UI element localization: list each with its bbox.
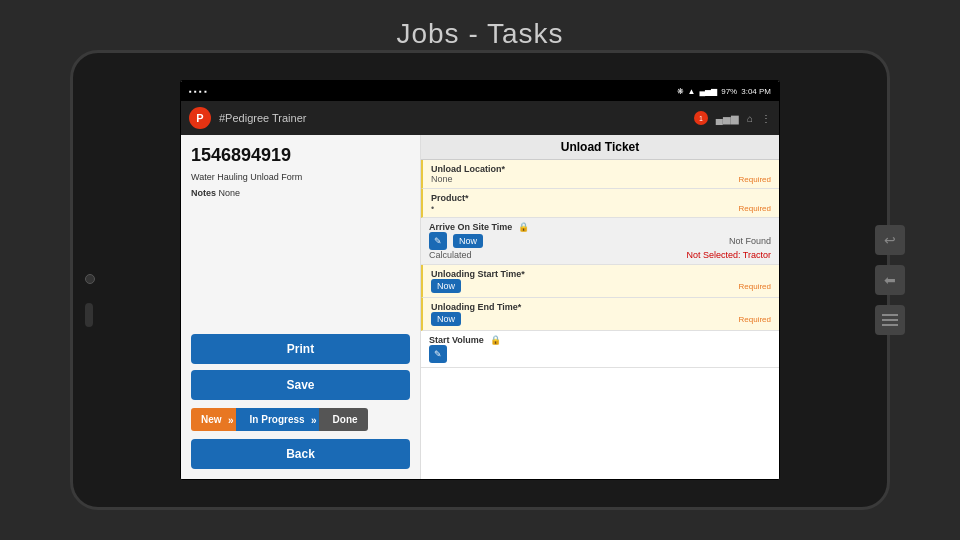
arrive-edit-button[interactable]: ✎ <box>429 232 447 250</box>
workflow-done-button[interactable]: Done <box>319 408 368 431</box>
left-panel: 1546894919 Water Hauling Unload Form Not… <box>181 135 421 479</box>
unload-location-status: Required <box>739 175 771 184</box>
status-right-info: ❋ ▲ ▄▅▆ 97% 3:04 PM <box>677 87 771 96</box>
app-name-label: #Pedigree Trainer <box>219 112 306 124</box>
back-button[interactable]: Back <box>191 439 410 469</box>
product-status: Required <box>739 204 771 213</box>
app-bar-icons: 1 ▄▅▆ ⌂ ⋮ <box>694 111 771 125</box>
volume-edit-button[interactable]: ✎ <box>429 345 447 363</box>
left-spacer <box>191 204 410 328</box>
arrive-now-button[interactable]: Now <box>453 234 483 248</box>
workflow-new-button[interactable]: New » <box>191 408 236 431</box>
arrive-controls-row: ✎ Now Not Found <box>429 232 771 250</box>
unload-location-value-row: None Required <box>431 174 771 184</box>
arrive-label-row: Arrive On Site Time 🔒 <box>429 222 771 232</box>
field-unloading-start: Unloading Start Time* Now Required <box>421 265 779 298</box>
volume-controls-row: ✎ <box>429 345 771 363</box>
more-options-icon[interactable]: ⋮ <box>761 113 771 124</box>
save-button[interactable]: Save <box>191 370 410 400</box>
workflow-done-label: Done <box>333 414 358 425</box>
product-label: Product* <box>431 193 771 203</box>
volume-label: Start Volume <box>429 335 484 345</box>
product-value-row: • Required <box>431 203 771 213</box>
tablet-camera <box>85 274 95 284</box>
screen: ▪ ▪ ▪ ▪ ❋ ▲ ▄▅▆ 97% 3:04 PM P #Pedigree … <box>180 80 780 480</box>
status-bar: ▪ ▪ ▪ ▪ ❋ ▲ ▄▅▆ 97% 3:04 PM <box>181 81 779 101</box>
job-id: 1546894919 <box>191 145 410 166</box>
start-status: Required <box>739 282 771 291</box>
arrive-not-selected: Not Selected: Tractor <box>686 250 771 260</box>
arrive-not-found: Not Found <box>729 236 771 246</box>
workflow-new-label: New <box>201 414 222 425</box>
notification-icons: ▪ ▪ ▪ ▪ <box>189 87 207 96</box>
arrive-controls-left: ✎ Now <box>429 232 483 250</box>
arrive-lock-icon: 🔒 <box>518 222 529 232</box>
workflow-inprogress-arrow: » <box>311 414 317 425</box>
start-label: Unloading Start Time* <box>431 269 771 279</box>
app-bar: P #Pedigree Trainer 1 ▄▅▆ ⌂ ⋮ <box>181 101 779 135</box>
end-status: Required <box>739 315 771 324</box>
end-controls-row: Now Required <box>431 312 771 326</box>
app-logo: P <box>189 107 211 129</box>
back-nav-icon[interactable]: ↩ <box>875 225 905 255</box>
tablet-speaker <box>85 303 93 327</box>
field-start-volume: Start Volume 🔒 ✎ <box>421 331 779 368</box>
workflow-inprogress-button[interactable]: In Progress » <box>236 408 319 431</box>
unload-location-label: Unload Location* <box>431 164 771 174</box>
start-controls-row: Now Required <box>431 279 771 293</box>
bluetooth-icon: ❋ <box>677 87 684 96</box>
arrive-footer-row: Calculated Not Selected: Tractor <box>429 250 771 260</box>
battery-level: 97% <box>721 87 737 96</box>
end-now-button[interactable]: Now <box>431 312 461 326</box>
field-unload-location: Unload Location* None Required <box>421 160 779 189</box>
return-nav-icon[interactable]: ⬅ <box>875 265 905 295</box>
arrive-label: Arrive On Site Time <box>429 222 512 232</box>
field-product: Product* • Required <box>421 189 779 218</box>
workflow-row: New » In Progress » Done <box>191 408 410 431</box>
notes-row: Notes None <box>191 188 410 198</box>
product-value: • <box>431 203 434 213</box>
home-icon[interactable]: ⌂ <box>747 113 753 124</box>
start-now-button[interactable]: Now <box>431 279 461 293</box>
status-left-icons: ▪ ▪ ▪ ▪ <box>189 87 207 96</box>
signal-icon: ▄▅▆ <box>700 87 718 96</box>
notification-badge[interactable]: 1 <box>694 111 708 125</box>
job-subtitle: Water Hauling Unload Form <box>191 172 410 182</box>
volume-lock-icon: 🔒 <box>490 335 501 345</box>
page-title: Jobs - Tasks <box>396 18 563 50</box>
print-button[interactable]: Print <box>191 334 410 364</box>
notes-content: None <box>219 188 241 198</box>
end-label: Unloading End Time* <box>431 302 771 312</box>
tablet-device: ↩ ⬅ ▪ ▪ ▪ ▪ ❋ ▲ ▄▅▆ 97% 3:04 PM P #Pedig… <box>70 50 890 510</box>
ticket-header: Unload Ticket <box>421 135 779 160</box>
arrive-calculated: Calculated <box>429 250 472 260</box>
wifi-icon: ▲ <box>688 87 696 96</box>
signal-bars-icon: ▄▅▆ <box>716 113 739 124</box>
main-content: 1546894919 Water Hauling Unload Form Not… <box>181 135 779 479</box>
right-panel: Unload Ticket Unload Location* None Requ… <box>421 135 779 479</box>
menu-nav-icon[interactable] <box>875 305 905 335</box>
notes-label: Notes <box>191 188 216 198</box>
workflow-new-arrow: » <box>228 414 234 425</box>
field-arrive-on-site: Arrive On Site Time 🔒 ✎ Now Not Found Ca… <box>421 218 779 265</box>
unload-location-value: None <box>431 174 453 184</box>
field-unloading-end: Unloading End Time* Now Required <box>421 298 779 331</box>
workflow-inprogress-label: In Progress <box>250 414 305 425</box>
form-section: Unload Location* None Required Product* … <box>421 160 779 368</box>
volume-label-row: Start Volume 🔒 <box>429 335 771 345</box>
tablet-side-buttons: ↩ ⬅ <box>875 225 905 335</box>
clock: 3:04 PM <box>741 87 771 96</box>
